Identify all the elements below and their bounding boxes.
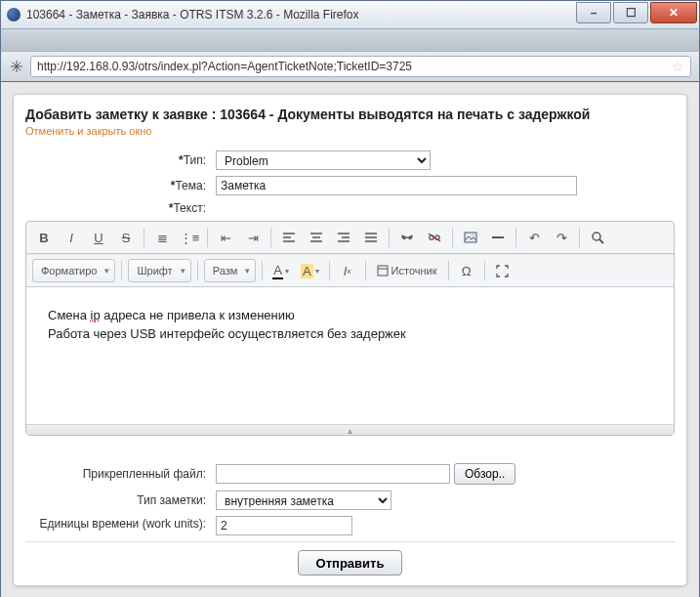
toolbar-separator bbox=[448, 261, 449, 280]
indent-button[interactable]: ⇥ bbox=[241, 226, 265, 249]
type-select[interactable]: Problem bbox=[216, 150, 431, 170]
editor-body[interactable]: Смена ip адреса не привела к изменению Р… bbox=[26, 287, 674, 424]
align-right-button[interactable] bbox=[332, 226, 355, 249]
svg-line-20 bbox=[599, 239, 603, 243]
subject-label: *Тема: bbox=[25, 179, 216, 192]
toolbar-separator bbox=[484, 261, 485, 280]
firefox-icon bbox=[7, 8, 21, 21]
bulleted-list-button[interactable]: ⋮≡ bbox=[178, 226, 201, 249]
bookmark-star-icon[interactable]: ☆ bbox=[672, 59, 684, 74]
richtext-editor: B I U S ≣ ⋮≡ ⇤ ⇥ bbox=[25, 221, 675, 436]
undo-button[interactable]: ↶ bbox=[522, 226, 546, 249]
editor-toolbar-row1: B I U S ≣ ⋮≡ ⇤ ⇥ bbox=[26, 222, 674, 254]
source-button[interactable]: Источник bbox=[372, 259, 442, 282]
editor-line: Смена ip адреса не привела к изменению bbox=[48, 307, 652, 325]
toolbar-separator bbox=[452, 228, 453, 247]
size-select[interactable]: Разм bbox=[204, 259, 257, 282]
window-close-button[interactable]: ✕ bbox=[650, 2, 697, 23]
maximize-button[interactable] bbox=[491, 259, 515, 282]
toolbar-separator bbox=[197, 261, 198, 280]
underline-button[interactable]: U bbox=[87, 226, 110, 249]
editor-resize-handle[interactable]: ▴ bbox=[26, 424, 674, 435]
svg-line-15 bbox=[429, 234, 440, 241]
page-title: Добавить заметку к заявке : 103664 - Док… bbox=[25, 107, 675, 122]
editor-toolbar-row2: Форматиро Шрифт Разм A▾ A▾ Ix Источник bbox=[26, 254, 674, 287]
unlink-button[interactable] bbox=[423, 226, 446, 249]
url-text: http://192.168.0.93/otrs/index.pl?Action… bbox=[37, 60, 412, 73]
toolbar-separator bbox=[329, 261, 330, 280]
timeunits-label: Единицы времени (work units): bbox=[25, 516, 216, 533]
type-label: *Тип: bbox=[25, 153, 216, 167]
window-maximize-button[interactable]: ☐ bbox=[613, 2, 648, 23]
toolbar-separator bbox=[207, 228, 208, 247]
notetype-select[interactable]: внутренняя заметка bbox=[216, 490, 391, 510]
svg-rect-21 bbox=[378, 266, 388, 276]
image-button[interactable] bbox=[459, 226, 482, 249]
toolbar-separator bbox=[262, 261, 263, 280]
cancel-close-link[interactable]: Отменить и закрыть окно bbox=[25, 125, 675, 137]
bold-button[interactable]: B bbox=[32, 226, 56, 249]
link-button[interactable] bbox=[395, 226, 419, 249]
textcolor-button[interactable]: A▾ bbox=[268, 259, 293, 282]
attachment-path-input[interactable] bbox=[216, 464, 450, 484]
site-identity-icon[interactable] bbox=[9, 59, 24, 74]
window-titlebar: 103664 - Заметка - Заявка - OTRS ITSM 3.… bbox=[0, 0, 700, 29]
note-form-panel: Добавить заметку к заявке : 103664 - Док… bbox=[13, 94, 687, 586]
font-select[interactable]: Шрифт bbox=[128, 259, 190, 282]
notetype-label: Тип заметки: bbox=[25, 493, 216, 507]
browse-button[interactable]: Обзор.. bbox=[454, 463, 515, 485]
numbered-list-button[interactable]: ≣ bbox=[150, 226, 174, 249]
toolbar-separator bbox=[389, 228, 390, 247]
toolbar-separator bbox=[579, 228, 580, 247]
page-viewport: Добавить заметку к заявке : 103664 - Док… bbox=[0, 82, 700, 597]
url-input[interactable]: http://192.168.0.93/otrs/index.pl?Action… bbox=[30, 56, 691, 77]
format-select[interactable]: Форматиро bbox=[32, 259, 115, 282]
text-label: *Текст: bbox=[25, 201, 216, 215]
removeformat-button[interactable]: Ix bbox=[336, 259, 359, 282]
window-minimize-button[interactable]: – bbox=[576, 2, 611, 23]
italic-button[interactable]: I bbox=[60, 226, 83, 249]
browser-addressbar: http://192.168.0.93/otrs/index.pl?Action… bbox=[0, 51, 700, 82]
form-footer: Отправить bbox=[25, 541, 675, 576]
attachment-label: Прикрепленный файл: bbox=[25, 467, 216, 481]
toolbar-separator bbox=[144, 228, 144, 247]
align-left-button[interactable] bbox=[277, 226, 301, 249]
toolbar-separator bbox=[515, 228, 516, 247]
align-justify-button[interactable] bbox=[359, 226, 383, 249]
outdent-button[interactable]: ⇤ bbox=[214, 226, 237, 249]
find-button[interactable] bbox=[586, 226, 609, 249]
submit-button[interactable]: Отправить bbox=[298, 550, 403, 576]
timeunits-input[interactable] bbox=[216, 516, 352, 535]
svg-rect-16 bbox=[465, 233, 476, 242]
window-title: 103664 - Заметка - Заявка - OTRS ITSM 3.… bbox=[26, 8, 359, 21]
align-center-button[interactable] bbox=[305, 226, 328, 249]
toolbar-separator bbox=[270, 228, 271, 247]
specialchar-button[interactable]: Ω bbox=[455, 259, 478, 282]
subject-input[interactable] bbox=[216, 176, 577, 195]
hr-button[interactable] bbox=[486, 226, 510, 249]
browser-tabstrip bbox=[0, 29, 700, 51]
svg-point-17 bbox=[473, 235, 474, 236]
toolbar-separator bbox=[121, 261, 122, 280]
svg-point-19 bbox=[593, 233, 600, 240]
toolbar-separator bbox=[365, 261, 366, 280]
strike-button[interactable]: S bbox=[114, 226, 138, 249]
bgcolor-button[interactable]: A▾ bbox=[297, 259, 323, 282]
redo-button[interactable]: ↷ bbox=[550, 226, 573, 249]
editor-line: Работа через USB интерфейс осуществляетс… bbox=[48, 325, 652, 344]
